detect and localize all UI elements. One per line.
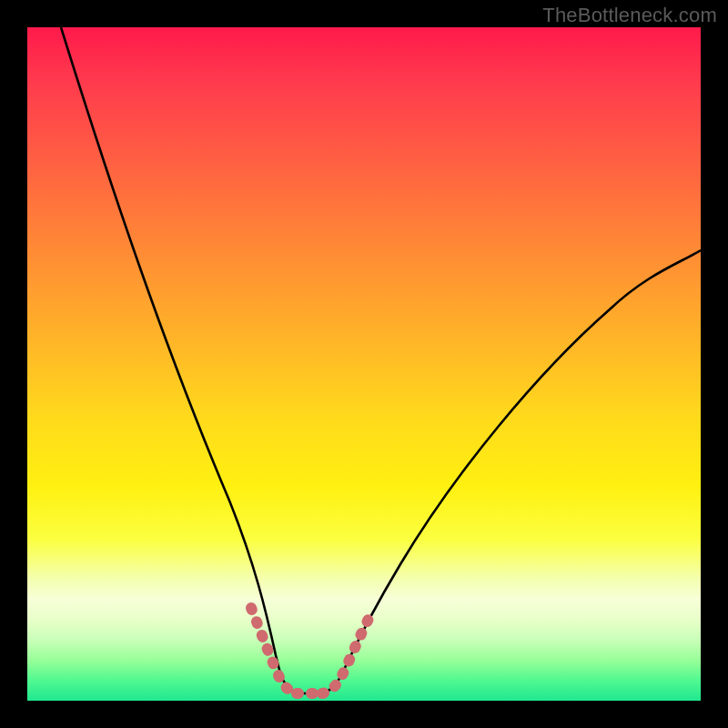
- curve-layer: [27, 27, 701, 701]
- curve-left-branch: [61, 27, 280, 673]
- plot-area: [27, 27, 701, 701]
- curve-right-branch: [342, 250, 701, 673]
- chart-frame: TheBottleneck.com: [0, 0, 728, 728]
- watermark-text: TheBottleneck.com: [542, 4, 717, 27]
- highlight-right: [322, 617, 369, 693]
